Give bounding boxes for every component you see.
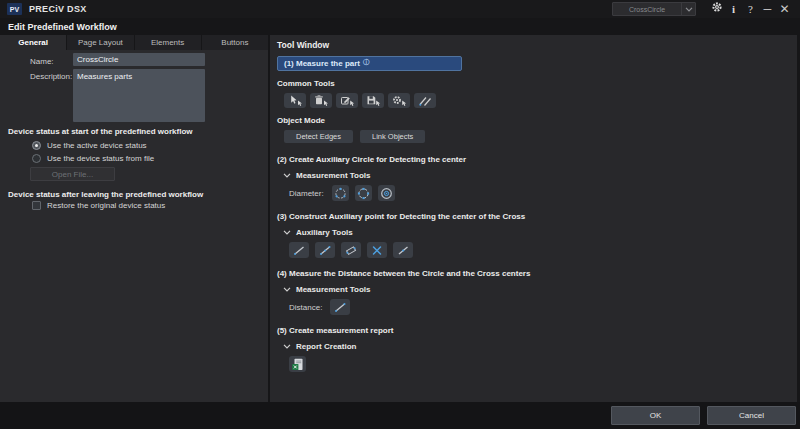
report-tools-row [289,356,789,372]
chevron-down-icon [283,344,291,349]
step5-group-label: Report Creation [296,342,356,351]
workflow-dropdown-value: CrossCircle [613,6,681,13]
selected-step-measure-part[interactable]: (1) Measure the part ⓘ [277,56,462,71]
app-logo: PV [7,3,22,15]
footer-bar: OK Cancel [0,402,800,429]
checkbox-restore-status[interactable] [32,201,41,210]
tab-page-layout[interactable]: Page Layout [67,35,133,50]
step3-group-label: Auxiliary Tools [296,228,353,237]
tool-window-panel: Tool Window (1) Measure the part ⓘ Commo… [270,35,797,402]
edit-tool-icon[interactable] [336,93,358,108]
select-tool-icon[interactable] [284,93,306,108]
diameter-tools-row: Diameter: [289,185,789,201]
app-title: PRECiV DSX [29,4,87,14]
distance-line-icon[interactable] [330,299,350,315]
device-status-start-title: Device status at start of the predefined… [8,127,192,136]
chevron-down-icon [283,173,291,178]
settings-icon[interactable] [708,0,725,18]
open-file-button[interactable]: Open File... [30,167,115,181]
description-input[interactable]: Measures parts [73,69,205,122]
titlebar: PV PRECiV DSX CrossCircle i ? ─ ✕ [0,0,800,18]
general-tab-body: Name: Description: Measures parts Device… [0,50,268,402]
step5-title: (5) Create measurement report [277,326,789,335]
settings-tool-icon[interactable] [388,93,410,108]
excel-report-icon[interactable] [289,356,306,372]
checkbox-restore-status-label: Restore the original device status [47,201,165,210]
link-objects-button[interactable]: Link Objects [360,130,425,143]
circle-3point-icon[interactable] [332,185,349,201]
radio-status-from-file[interactable] [32,154,41,163]
rotated-rect-icon[interactable] [341,242,361,258]
concentric-circle-icon[interactable] [378,185,395,201]
radio-active-status-label: Use the active device status [47,141,147,150]
description-label: Description: [30,72,72,81]
help-icon[interactable]: ? [742,0,759,18]
object-mode-title: Object Mode [277,116,789,125]
radio-active-status[interactable] [32,141,41,150]
main-area: General Page Layout Elements Buttons Nam… [0,35,800,402]
info-icon[interactable]: i [725,0,742,18]
step4-group-label: Measurement Tools [296,285,371,294]
chevron-down-icon [283,287,291,292]
save-tool-icon[interactable] [362,93,384,108]
diameter-label: Diameter: [289,189,324,198]
device-status-after-title: Device status after leaving the predefin… [8,190,203,199]
page-title: Edit Predefined Workflow [0,18,800,35]
info-icon: ⓘ [363,58,370,67]
tab-bar: General Page Layout Elements Buttons [0,35,268,50]
line-points-icon[interactable] [315,242,335,258]
chevron-down-icon [681,3,695,15]
draw-tool-icon[interactable] [414,93,436,108]
tab-buttons[interactable]: Buttons [202,35,268,50]
object-mode-row: Detect Edges Link Objects [284,130,789,143]
step5-group-header[interactable]: Report Creation [283,342,789,351]
radio-row-active-status[interactable]: Use the active device status [32,141,147,150]
line-icon[interactable] [289,242,309,258]
name-input[interactable] [73,53,205,66]
step4-group-header[interactable]: Measurement Tools [283,285,789,294]
ok-button[interactable]: OK [611,406,700,425]
workflow-dropdown[interactable]: CrossCircle [612,2,696,16]
auxiliary-tools-row [289,242,789,258]
left-panel: General Page Layout Elements Buttons Nam… [0,35,268,402]
tab-general[interactable]: General [0,35,66,50]
line-midpoint-icon[interactable] [393,242,413,258]
step3-title: (3) Construct Auxiliary point for Detect… [277,212,789,221]
detect-edges-button[interactable]: Detect Edges [284,130,353,143]
name-label: Name: [30,57,54,66]
step4-title: (4) Measure the Distance between the Cir… [277,269,789,278]
cancel-button[interactable]: Cancel [707,406,796,425]
step2-group-header[interactable]: Measurement Tools [283,171,789,180]
checkbox-row-restore-status[interactable]: Restore the original device status [32,201,165,210]
chevron-down-icon [283,230,291,235]
selected-step-label: (1) Measure the part [284,59,360,68]
distance-label: Distance: [289,303,322,312]
close-icon[interactable]: ✕ [776,0,793,18]
step2-title: (2) Create Auxiliary Circle for Detectin… [277,155,789,164]
tool-window-title: Tool Window [277,40,789,50]
radio-status-from-file-label: Use the device status from file [47,154,154,163]
distance-tools-row: Distance: [289,299,789,315]
delete-tool-icon[interactable] [310,93,332,108]
circle-points-icon[interactable] [355,185,372,201]
step2-group-label: Measurement Tools [296,171,371,180]
common-tools-row [284,93,789,108]
minimize-icon[interactable]: ─ [759,0,776,18]
tab-elements[interactable]: Elements [135,35,201,50]
radio-row-status-from-file[interactable]: Use the device status from file [32,154,154,163]
common-tools-title: Common Tools [277,79,789,88]
cross-icon[interactable] [367,242,387,258]
step3-group-header[interactable]: Auxiliary Tools [283,228,789,237]
